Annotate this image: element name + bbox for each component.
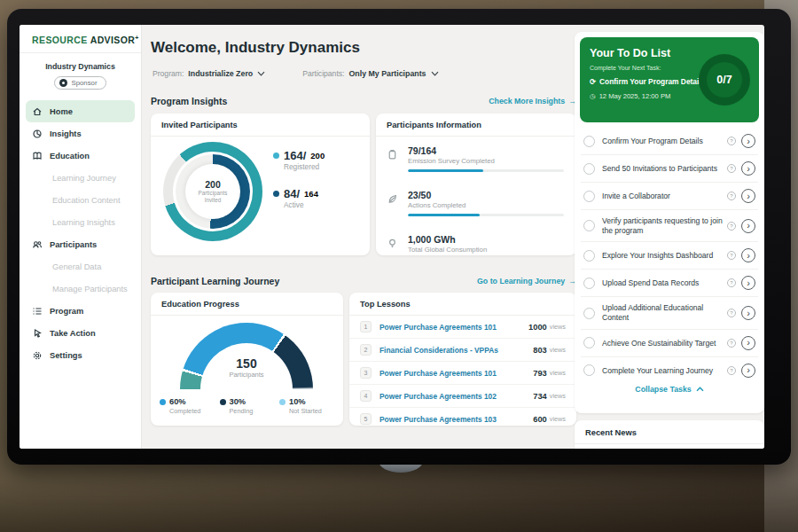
link-label: Go to Learning Journey (477, 277, 565, 286)
gauge-legend: 60% Completed 30% Pending (160, 397, 334, 415)
chevron-right-button[interactable]: › (741, 219, 755, 233)
task-checkbox[interactable] (583, 250, 595, 262)
sidebar-item-education[interactable]: Education (20, 145, 141, 167)
sidebar-item-label: Education (50, 152, 90, 160)
help-icon[interactable]: ? (727, 192, 736, 200)
task-checkbox[interactable] (583, 220, 595, 231)
chevron-right-button[interactable]: › (741, 306, 755, 320)
program-label: Program: (153, 69, 184, 78)
chevron-right-button[interactable]: › (741, 276, 755, 290)
go-to-learning-journey-link[interactable]: Go to Learning Journey → (477, 277, 576, 286)
sponsor-badge[interactable]: Sponsor (54, 76, 106, 90)
chevron-right-button[interactable]: › (741, 161, 755, 176)
chevron-right-button[interactable]: › (741, 364, 755, 378)
divider (20, 52, 141, 53)
participants-information-card: Participants Information 79/164 Emission… (376, 113, 576, 255)
check-more-insights-link[interactable]: Check More Insights → (489, 97, 576, 106)
participants-dropdown[interactable]: Participants: Only My Participants (302, 69, 438, 78)
task-checkbox[interactable] (583, 308, 595, 319)
survey-icon (387, 149, 398, 160)
sidebar-item-take-action[interactable]: Take Action (20, 322, 141, 344)
lesson-link[interactable]: Power Purchase Agreements 101 (379, 369, 533, 378)
sidebar-item-learning-insights[interactable]: Learning Insights (20, 211, 141, 233)
chevron-right-button[interactable]: › (741, 336, 755, 350)
sidebar-item-label: Education Content (52, 196, 121, 205)
task-checkbox[interactable] (583, 163, 595, 175)
invited-participants-card: Invited Participants 200 Participants In… (151, 113, 370, 255)
task-checkbox[interactable] (583, 136, 595, 147)
stat-value: 79/164 (408, 145, 566, 156)
task-row: Upload Spend Data Records ? › (581, 270, 758, 297)
chevron-right-button[interactable]: › (741, 248, 755, 262)
top-lessons-card: Top Lessons 1 Power Purchase Agreements … (349, 293, 576, 426)
lesson-row: 4 Power Purchase Agreements 102 734 view… (349, 385, 576, 408)
gauge-center-value: 150 (180, 356, 313, 371)
lesson-link[interactable]: Power Purchase Agreements 103 (379, 415, 533, 424)
lesson-link[interactable]: Power Purchase Agreements 101 (379, 323, 528, 332)
task-checkbox[interactable] (583, 278, 595, 289)
dashboard-screen: RESOURCE ADVISOR+ Industry Dynamics Spon… (20, 25, 764, 449)
home-icon (32, 106, 43, 117)
todo-next-task: ⟳ Confirm Your Program Details (590, 77, 705, 86)
sidebar-item-home[interactable]: Home (26, 100, 135, 122)
lesson-views: 734 (533, 392, 547, 401)
education-gauge-chart: 150 Participants (180, 323, 313, 390)
task-checkbox[interactable] (583, 364, 595, 376)
views-suffix: views (550, 415, 566, 423)
chevron-right-button[interactable]: › (741, 189, 755, 203)
sidebar-item-manage-participants[interactable]: Manage Participants (20, 278, 141, 300)
sidebar-item-education-content[interactable]: Education Content (20, 189, 141, 211)
help-icon[interactable]: ? (727, 164, 736, 173)
task-label: Upload Spend Data Records (602, 278, 727, 288)
sidebar-item-label: Learning Insights (52, 218, 115, 227)
help-icon[interactable]: ? (727, 366, 736, 375)
lesson-views: 793 (533, 369, 547, 378)
lightbulb-icon (387, 238, 398, 249)
take-action-icon (32, 328, 43, 339)
program-dropdown[interactable]: Program: Industrialize Zero (153, 69, 265, 78)
legend-total: 164 (304, 189, 318, 199)
list-icon (32, 306, 43, 317)
legend-entry-not-started: 10% Not Started (279, 397, 334, 415)
lesson-link[interactable]: Power Purchase Agreements 102 (379, 392, 533, 401)
sidebar-item-participants[interactable]: Participants (20, 233, 141, 255)
task-label: Explore Your Insights Dashboard (602, 251, 727, 261)
sidebar-item-insights[interactable]: Insights (20, 122, 141, 145)
task-label: Confirm Your Program Details (602, 137, 727, 146)
lesson-views: 803 (533, 346, 547, 355)
legend-dot (160, 399, 166, 405)
help-icon[interactable]: ? (727, 251, 736, 260)
legend-label: Registered (284, 162, 325, 171)
info-bar-fill (408, 214, 480, 216)
filters-row: Program: Industrialize Zero Participants… (153, 69, 439, 78)
task-row: Achieve One Sustainability Target ? › (581, 330, 758, 357)
help-icon[interactable]: ? (727, 278, 736, 287)
todo-task-list: Confirm Your Program Details ? › Send 50… (581, 128, 758, 384)
chevron-right-button[interactable]: › (741, 134, 755, 148)
gauge-center: 150 Participants (180, 356, 313, 379)
sidebar-item-general-data[interactable]: General Data (20, 255, 141, 278)
help-icon[interactable]: ? (727, 339, 736, 348)
help-icon[interactable]: ? (727, 137, 736, 145)
invited-donut-chart: 200 Participants Invited (163, 142, 262, 241)
sidebar-item-settings[interactable]: Settings (20, 344, 141, 366)
collapse-tasks-link[interactable]: Collapse Tasks (575, 385, 764, 394)
task-checkbox[interactable] (583, 191, 595, 202)
help-icon[interactable]: ? (727, 222, 736, 231)
legend-label: Active (284, 200, 325, 209)
sponsor-badge-label: Sponsor (71, 79, 97, 87)
lesson-rank: 5 (360, 413, 372, 425)
help-icon[interactable]: ? (727, 309, 736, 317)
task-row: Complete Your Learning Journey ? › (581, 357, 758, 384)
donut-center-label: Participants (199, 190, 228, 198)
todo-title: Your To Do List (590, 47, 670, 59)
learning-journey-header: Participant Learning Journey Go to Learn… (151, 276, 576, 286)
sidebar-item-program[interactable]: Program (20, 300, 141, 322)
sidebar-item-learning-journey[interactable]: Learning Journey (20, 167, 141, 189)
lesson-rank: 2 (360, 344, 372, 356)
task-checkbox[interactable] (583, 337, 595, 348)
brand-plus: + (135, 35, 139, 41)
lesson-link[interactable]: Financial Considerations - VPPAs (379, 346, 533, 355)
sidebar-item-label: Program (50, 307, 83, 316)
legend-dot (273, 153, 279, 159)
